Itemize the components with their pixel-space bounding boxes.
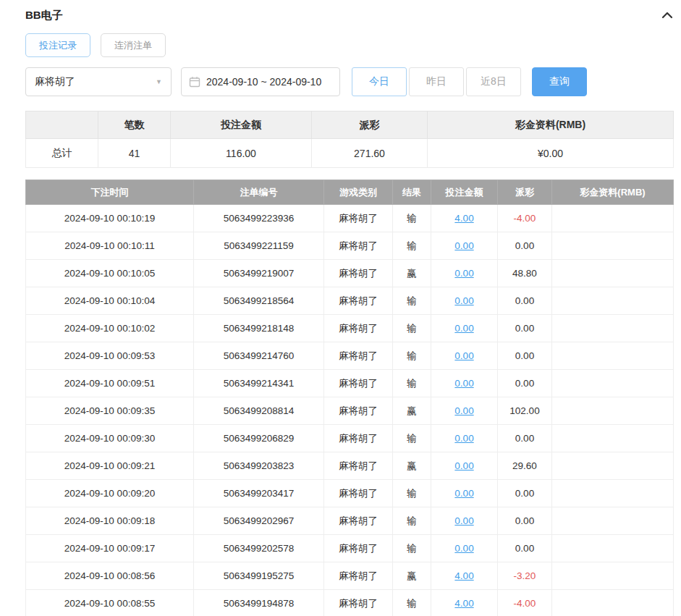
- yesterday-button[interactable]: 昨日: [409, 67, 464, 96]
- bet-amount-link[interactable]: 0.00: [454, 488, 473, 499]
- result-cell: 输: [393, 425, 431, 452]
- filter-bar: 麻将胡了 ▼ 2024-09-10 ~ 2024-09-10 今日 昨日 近8日…: [25, 67, 673, 96]
- bet-amount-link[interactable]: 0.00: [454, 268, 473, 279]
- bet-amount-link[interactable]: 0.00: [454, 295, 473, 306]
- game-type-cell: 麻将胡了: [324, 535, 393, 562]
- game-type-cell: 麻将胡了: [324, 287, 393, 315]
- bet-amount-link[interactable]: 0.00: [454, 405, 473, 416]
- game-type-cell: 麻将胡了: [324, 370, 393, 397]
- bet-amount-link[interactable]: 0.00: [454, 543, 473, 554]
- bet-amount-cell: 0.00: [431, 287, 498, 315]
- summary-total-count: 41: [98, 139, 171, 168]
- bet-time-cell: 2024-09-10 00:09:21: [26, 452, 194, 480]
- result-cell: 输: [393, 315, 431, 342]
- tab-bet-records[interactable]: 投注记录: [25, 33, 90, 57]
- search-button[interactable]: 查询: [532, 67, 587, 96]
- bet-time-cell: 2024-09-10 00:09:20: [26, 480, 194, 507]
- table-row: 2024-09-10 00:09:35 5063499208814 麻将胡了 赢…: [26, 397, 674, 425]
- summary-header-bet-amount: 投注金额: [171, 111, 312, 139]
- bet-amount-cell: 4.00: [431, 590, 498, 616]
- calendar-icon: [189, 76, 200, 88]
- bet-amount-cell: 0.00: [431, 425, 498, 452]
- summary-header-bonus: 彩金资料(RMB): [428, 111, 674, 139]
- table-row: 2024-09-10 00:10:11 5063499221159 麻将胡了 输…: [26, 232, 674, 260]
- table-row: 2024-09-10 00:10:19 5063499223936 麻将胡了 输…: [26, 205, 674, 232]
- order-id-cell: 5063499218148: [194, 315, 324, 342]
- bet-amount-link[interactable]: 4.00: [454, 570, 473, 581]
- result-cell: 输: [393, 507, 431, 535]
- bet-time-cell: 2024-09-10 00:10:05: [26, 260, 194, 287]
- bonus-cell: [552, 315, 674, 342]
- bet-amount-link[interactable]: 0.00: [454, 515, 473, 526]
- order-id-cell: 5063499221159: [194, 232, 324, 260]
- bet-time-cell: 2024-09-10 00:10:04: [26, 287, 194, 315]
- game-type-cell: 麻将胡了: [324, 397, 393, 425]
- chevron-down-icon: ▼: [156, 78, 162, 85]
- result-cell: 输: [393, 590, 431, 616]
- payout-cell: 0.00: [498, 232, 552, 260]
- bet-time-cell: 2024-09-10 00:09:18: [26, 507, 194, 535]
- bet-amount-link[interactable]: 0.00: [454, 433, 473, 444]
- bet-amount-cell: 0.00: [431, 315, 498, 342]
- today-button[interactable]: 今日: [352, 67, 407, 96]
- payout-cell: 0.00: [498, 287, 552, 315]
- payout-cell: -3.20: [498, 562, 552, 590]
- table-row: 2024-09-10 00:10:02 5063499218148 麻将胡了 输…: [26, 315, 674, 342]
- order-id-cell: 5063499223936: [194, 205, 324, 232]
- game-type-cell: 麻将胡了: [324, 425, 393, 452]
- result-cell: 赢: [393, 562, 431, 590]
- bonus-cell: [552, 507, 674, 535]
- table-row: 2024-09-10 00:09:17 5063499202578 麻将胡了 输…: [26, 535, 674, 562]
- summary-table: 笔数 投注金额 派彩 彩金资料(RMB) 总计 41 116.00 271.60…: [25, 111, 674, 168]
- summary-total-payout: 271.60: [312, 139, 428, 168]
- order-id-cell: 5063499214760: [194, 342, 324, 370]
- game-type-cell: 麻将胡了: [324, 590, 393, 616]
- bet-amount-link[interactable]: 4.00: [454, 598, 473, 609]
- bet-amount-cell: 0.00: [431, 480, 498, 507]
- payout-cell: 0.00: [498, 315, 552, 342]
- summary-total-row: 总计 41 116.00 271.60 ¥0.00: [26, 139, 674, 168]
- header-bonus: 彩金资料(RMB): [552, 180, 674, 205]
- date-range-input[interactable]: 2024-09-10 ~ 2024-09-10: [181, 67, 340, 96]
- summary-total-label: 总计: [26, 139, 98, 168]
- bet-amount-link[interactable]: 0.00: [454, 240, 473, 251]
- summary-header-row: 笔数 投注金额 派彩 彩金资料(RMB): [26, 111, 674, 139]
- header-result: 结果: [393, 180, 431, 205]
- order-id-cell: 5063499202967: [194, 507, 324, 535]
- bet-amount-link[interactable]: 0.00: [454, 350, 473, 361]
- order-id-cell: 5063499202578: [194, 535, 324, 562]
- game-select[interactable]: 麻将胡了 ▼: [25, 67, 172, 96]
- bet-amount-link[interactable]: 0.00: [454, 378, 473, 389]
- result-cell: 输: [393, 535, 431, 562]
- tab-cancelled-orders[interactable]: 连消注单: [101, 33, 166, 57]
- last-8-days-button[interactable]: 近8日: [466, 67, 521, 96]
- result-cell: 赢: [393, 260, 431, 287]
- payout-cell: 0.00: [498, 370, 552, 397]
- bet-amount-link[interactable]: 0.00: [454, 323, 473, 334]
- result-cell: 输: [393, 370, 431, 397]
- table-row: 2024-09-10 00:08:55 5063499194878 麻将胡了 输…: [26, 590, 674, 616]
- bonus-cell: [552, 260, 674, 287]
- result-cell: 输: [393, 480, 431, 507]
- header-order-id: 注单编号: [194, 180, 324, 205]
- bet-amount-cell: 0.00: [431, 535, 498, 562]
- order-id-cell: 5063499206829: [194, 425, 324, 452]
- bonus-cell: [552, 452, 674, 480]
- summary-total-bonus: ¥0.00: [428, 139, 674, 168]
- order-id-cell: 5063499203417: [194, 480, 324, 507]
- payout-cell: 0.00: [498, 425, 552, 452]
- bet-amount-cell: 0.00: [431, 397, 498, 425]
- collapse-button[interactable]: [661, 11, 673, 20]
- payout-cell: 0.00: [498, 480, 552, 507]
- header-game-type: 游戏类别: [324, 180, 393, 205]
- bonus-cell: [552, 480, 674, 507]
- bet-time-cell: 2024-09-10 00:09:17: [26, 535, 194, 562]
- bonus-cell: [552, 232, 674, 260]
- bet-time-cell: 2024-09-10 00:08:56: [26, 562, 194, 590]
- summary-total-bet-amount: 116.00: [171, 139, 312, 168]
- result-cell: 输: [393, 232, 431, 260]
- bet-amount-link[interactable]: 0.00: [454, 460, 473, 471]
- payout-cell: -4.00: [498, 590, 552, 616]
- order-id-cell: 5063499194878: [194, 590, 324, 616]
- bet-amount-link[interactable]: 4.00: [454, 213, 473, 224]
